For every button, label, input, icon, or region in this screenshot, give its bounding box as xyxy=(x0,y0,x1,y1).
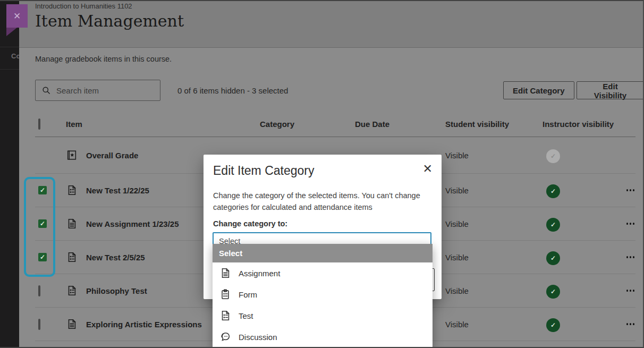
page-description: Manage gradebook items in this course. xyxy=(35,55,172,63)
dropdown-option-assignment[interactable]: Assignment xyxy=(213,262,433,284)
check-icon: ✓ xyxy=(40,187,45,193)
dialog-description: Change the category of the selected item… xyxy=(213,190,436,214)
dropdown-option-form[interactable]: Form xyxy=(213,284,433,305)
student-visibility-value: Visible xyxy=(445,219,543,228)
collapsed-sidebar: Co xyxy=(0,0,19,348)
close-icon: ✕ xyxy=(13,12,21,21)
dropdown-option-select[interactable]: Select xyxy=(213,244,433,262)
search-icon xyxy=(41,85,52,96)
search-input[interactable] xyxy=(56,86,155,95)
column-header-due-date: Due Date xyxy=(355,120,445,129)
item-name: New Test 1/22/25 xyxy=(86,186,149,195)
search-box[interactable] xyxy=(35,80,160,101)
student-visibility-value: Visible xyxy=(445,151,543,160)
discussion-icon xyxy=(219,331,231,343)
table-header-row: Item Category Due Date Student visibilit… xyxy=(35,112,635,137)
edit-category-button[interactable]: Edit Category xyxy=(503,81,574,99)
column-header-item: Item xyxy=(66,120,260,129)
item-name: New Test 2/5/25 xyxy=(86,253,145,262)
row-options-menu-button[interactable] xyxy=(622,223,635,225)
row-options-menu-button[interactable] xyxy=(622,189,635,191)
select-all-checkbox[interactable] xyxy=(38,118,40,130)
course-name: Introduction to Humanities 1102 xyxy=(35,2,132,10)
row-checkbox[interactable]: ✓ xyxy=(38,219,47,228)
overall-grade-icon xyxy=(66,149,78,161)
assignment-icon xyxy=(66,318,78,330)
column-header-instructor-visibility: Instructor visibility xyxy=(543,120,622,129)
option-label: Form xyxy=(239,290,257,299)
category-dropdown-list: SelectAssignmentFormTestDiscussion xyxy=(213,244,433,348)
row-checkbox[interactable] xyxy=(38,319,40,330)
toggle-check-icon: ✓ xyxy=(546,184,560,198)
assignment-icon xyxy=(66,218,78,230)
row-options-menu-button[interactable] xyxy=(622,290,635,292)
row-checkbox[interactable] xyxy=(38,285,40,296)
student-visibility-value: Visible xyxy=(445,320,543,329)
toggle-check-icon: ✓ xyxy=(546,218,560,232)
page-header: Introduction to Humanities 1102 Item Man… xyxy=(19,0,644,48)
item-name: New Assignment 1/23/25 xyxy=(86,219,179,228)
option-label: Test xyxy=(239,311,253,320)
student-visibility-value: Visible xyxy=(445,253,543,262)
test-icon xyxy=(66,285,78,296)
test-icon xyxy=(219,310,231,321)
category-field-label: Change category to: xyxy=(213,219,287,228)
dialog-close-button[interactable]: ✕ xyxy=(423,162,433,176)
toggle-check-icon: ✓ xyxy=(546,149,560,163)
badge-tail xyxy=(6,28,17,36)
panel-close-button[interactable]: ✕ xyxy=(6,4,28,28)
sidebar-divider xyxy=(0,47,19,47)
close-icon: ✕ xyxy=(423,162,433,175)
sidebar-text-fragment: Co xyxy=(11,52,19,60)
column-header-student-visibility: Student visibility xyxy=(445,120,543,129)
assignment-icon xyxy=(219,267,231,279)
item-name: Overall Grade xyxy=(86,151,138,160)
column-header-category: Category xyxy=(260,120,355,129)
toggle-check-icon: ✓ xyxy=(546,251,560,265)
row-checkbox[interactable]: ✓ xyxy=(38,253,47,261)
sidebar-divider xyxy=(0,69,19,70)
form-icon xyxy=(219,288,231,300)
test-icon xyxy=(66,251,78,263)
student-visibility-value: Visible xyxy=(445,186,543,195)
option-label: Assignment xyxy=(239,269,280,278)
test-icon xyxy=(66,184,78,196)
page-title: Item Management xyxy=(35,12,184,30)
student-visibility-value: Visible xyxy=(445,286,543,295)
row-checkbox[interactable]: ✓ xyxy=(38,186,47,194)
edit-visibility-button[interactable]: Edit Visibility xyxy=(577,81,644,99)
check-icon: ✓ xyxy=(40,254,45,260)
toggle-check-icon: ✓ xyxy=(546,318,560,332)
row-options-menu-button[interactable] xyxy=(622,256,635,258)
dropdown-option-test[interactable]: Test xyxy=(213,305,433,326)
dialog-title: Edit Item Category xyxy=(213,164,314,178)
option-label: Discussion xyxy=(239,333,277,342)
item-name: Philosophy Test xyxy=(86,286,147,295)
items-status-text: 0 of 6 items hidden - 3 selected xyxy=(177,80,288,101)
toggle-check-icon: ✓ xyxy=(546,285,560,299)
row-options-menu-button[interactable] xyxy=(622,323,635,325)
option-label: Select xyxy=(219,249,242,258)
dropdown-option-discussion[interactable]: Discussion xyxy=(213,326,433,347)
item-name: Exploring Artistic Expressions xyxy=(86,320,202,329)
check-icon: ✓ xyxy=(40,220,45,227)
